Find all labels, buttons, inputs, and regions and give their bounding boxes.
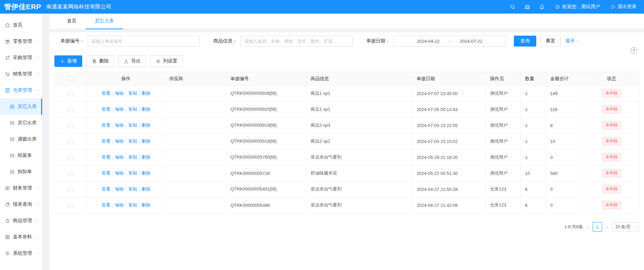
tab-home[interactable]: 首页 [58, 14, 86, 29]
bag-icon [5, 218, 10, 223]
sidebar-subitem-transfer-outbound[interactable]: 调拨出库 [0, 131, 42, 147]
row-action-delete[interactable]: 删除 [142, 139, 151, 144]
add-button[interactable]: 新增 [54, 55, 82, 67]
row-action-delete[interactable]: 删除 [142, 123, 151, 128]
action-separator: | [125, 186, 126, 192]
next-page-button[interactable]: › [606, 224, 609, 230]
doc-no-cell: QTRK00000005728 [226, 165, 307, 181]
prev-page-button[interactable]: ‹ [587, 224, 590, 230]
supplier-cell [165, 118, 226, 133]
sidebar-item-home[interactable]: 首页 [0, 17, 42, 33]
row-checkbox[interactable] [68, 107, 73, 112]
row-action-delete[interactable]: 删除 [142, 155, 151, 160]
doc-no-input[interactable] [88, 36, 200, 47]
sidebar-item-system[interactable]: 系统管理 [0, 245, 42, 262]
status-badge: 未审核 [602, 153, 621, 161]
reset-button[interactable]: 重置 [540, 36, 561, 47]
row-action-edit[interactable]: 编辑 [115, 202, 124, 208]
sidebar-item-goods[interactable]: 商品管理 [0, 213, 42, 229]
current-page-button[interactable]: 1 [593, 222, 602, 232]
row-action-copy[interactable]: 复制 [128, 91, 137, 96]
column-header: 供应商 [165, 72, 226, 86]
sidebar-item-sales[interactable]: 销售管理 [0, 66, 42, 82]
search-icon[interactable] [510, 4, 516, 10]
bell-icon[interactable] [539, 4, 545, 10]
row-action-delete[interactable]: 删除 [142, 107, 151, 112]
row-action-delete[interactable]: 删除 [142, 170, 151, 176]
app-logo: 管伊佳ERP [4, 2, 42, 12]
export-button[interactable]: 导出 [118, 55, 146, 67]
sidebar-item-purchase[interactable]: 采购管理 [0, 50, 42, 66]
row-checkbox[interactable] [68, 155, 73, 160]
row-action-copy[interactable]: 复制 [128, 139, 137, 144]
select-all-checkbox[interactable] [68, 76, 73, 81]
tab-other-inbound[interactable]: 其它入库 [86, 14, 123, 29]
row-action-view[interactable]: 查看 [101, 107, 110, 112]
row-action-edit[interactable]: 编辑 [115, 123, 124, 128]
sidebar-subitem-disassembly-order[interactable]: 拆卸单 [0, 164, 42, 180]
row-action-view[interactable]: 查看 [101, 202, 110, 208]
sidebar-item-label: 报表查询 [13, 201, 32, 208]
row-action-view[interactable]: 查看 [101, 139, 110, 144]
row-action-edit[interactable]: 编辑 [115, 91, 124, 96]
product-cell: 商品3 sp3 [307, 118, 413, 133]
row-action-copy[interactable]: 复制 [128, 202, 137, 208]
page-size-value: 10 条/页 [615, 224, 631, 230]
delete-button[interactable]: 删除 [86, 55, 114, 67]
doc-no-cell: QTRK00000005919[转] [226, 118, 307, 133]
row-action-copy[interactable]: 复制 [128, 107, 137, 112]
page-size-select[interactable]: 10 条/页 [612, 222, 639, 232]
logout-button[interactable]: 退出登录 [610, 4, 637, 10]
date-range-input[interactable]: 2024-04-22 ~ 2024-07-22 [394, 36, 506, 47]
action-separator: | [112, 170, 113, 176]
row-action-delete[interactable]: 删除 [142, 186, 151, 192]
row-action-edit[interactable]: 编辑 [115, 139, 124, 144]
sidebar-item-warehouse[interactable]: 仓库管理 [0, 82, 42, 98]
row-checkbox[interactable] [68, 203, 73, 208]
query-button[interactable]: 查询 [514, 36, 536, 47]
row-action-copy[interactable]: 复制 [128, 186, 137, 192]
sidebar-item-reports[interactable]: 报表查询 [0, 196, 42, 213]
row-checkbox[interactable] [68, 123, 73, 128]
row-checkbox[interactable] [68, 91, 73, 96]
action-separator: | [112, 107, 113, 112]
row-action-copy[interactable]: 复制 [128, 170, 137, 176]
sidebar-subitem-other-outbound[interactable]: 其它出库 [0, 115, 42, 131]
row-checkbox[interactable] [68, 187, 73, 192]
content-card: 单据编号： 商品信息： 单据日期： 2024-04-22 ~ 2024-07-2… [49, 32, 644, 270]
row-action-delete[interactable]: 删除 [142, 202, 151, 208]
sidebar-subitem-other-inbound[interactable]: 其它入库 [0, 98, 42, 115]
form-icon [10, 120, 15, 126]
main-area: 首页其它入库 单据编号： 商品信息： 单据日期： 2024-04-22 ~ 20… [42, 14, 644, 270]
help-icon[interactable]: ? [631, 47, 637, 54]
amount-cell: 580 [546, 165, 584, 181]
row-action-view[interactable]: 查看 [101, 123, 110, 128]
sidebar-subitem-assembly-order[interactable]: 组装单 [0, 147, 42, 164]
row-checkbox[interactable] [68, 171, 73, 176]
sidebar-item-basic-data[interactable]: 基本资料 [0, 229, 42, 245]
expand-link[interactable]: 展开 [565, 38, 580, 44]
status-cell: 未审核 [584, 165, 639, 181]
sidebar-item-finance[interactable]: 财务管理 [0, 180, 42, 196]
sidebar-item-retail[interactable]: 零售管理 [0, 33, 42, 50]
column-settings-button[interactable]: 列设置 [150, 55, 183, 67]
form-icon [10, 137, 15, 142]
row-action-edit[interactable]: 编辑 [115, 170, 124, 176]
row-action-view[interactable]: 查看 [101, 170, 110, 176]
row-action-copy[interactable]: 复制 [128, 123, 137, 128]
row-action-edit[interactable]: 编辑 [115, 155, 124, 160]
bank-icon[interactable] [524, 4, 530, 10]
row-action-edit[interactable]: 编辑 [115, 107, 124, 112]
row-action-copy[interactable]: 复制 [128, 155, 137, 160]
product-info-input[interactable] [241, 36, 353, 47]
row-action-view[interactable]: 查看 [101, 155, 110, 160]
row-checkbox[interactable] [68, 139, 73, 144]
row-action-view[interactable]: 查看 [101, 91, 110, 96]
row-action-view[interactable]: 查看 [101, 186, 110, 192]
row-select-cell [55, 102, 87, 118]
row-action-edit[interactable]: 编辑 [115, 186, 124, 192]
row-action-delete[interactable]: 删除 [142, 91, 151, 96]
doc-no-cell: QTRK00000005926[转] [226, 86, 307, 102]
table-row: 查看|编辑|复制|删除QTRK00000005765[转]雷达杀虫气雾剂2024… [55, 149, 639, 165]
action-separator: | [112, 202, 113, 208]
